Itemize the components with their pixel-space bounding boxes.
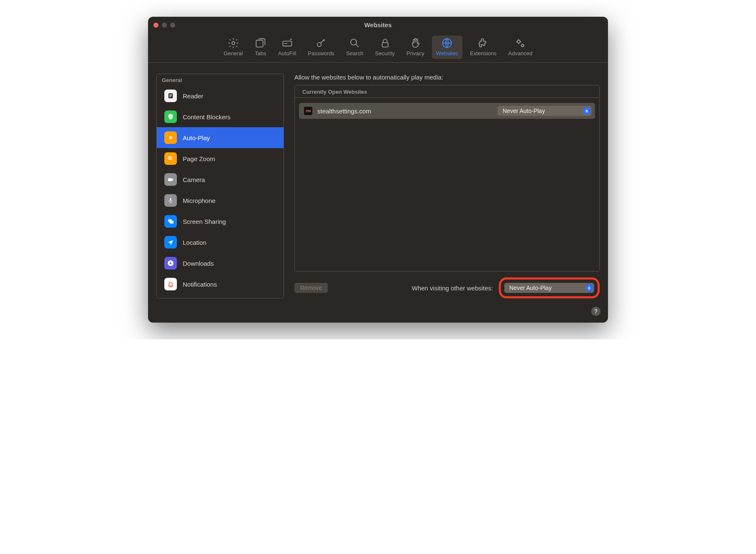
minimize-window-button[interactable]	[162, 23, 167, 28]
preferences-window: Websites General Tabs AutoFill Passwords…	[148, 17, 608, 323]
sidebar-section-header: General	[157, 74, 284, 85]
tab-extensions[interactable]: Extensions	[466, 36, 501, 59]
sidebar-item-reader[interactable]: Reader	[157, 85, 284, 106]
sidebar-item-notifications[interactable]: Notifications	[157, 274, 284, 295]
tab-label: Advanced	[508, 50, 532, 56]
site-favicon-icon: STH	[304, 107, 312, 115]
tab-label: Extensions	[470, 50, 497, 56]
hand-icon	[409, 37, 421, 49]
sidebar-item-label: Microphone	[183, 197, 215, 204]
dropdown-value: Never Auto-Play	[509, 285, 552, 291]
sidebar-item-label: Auto-Play	[183, 134, 210, 141]
sidebar-item-screen-sharing[interactable]: Screen Sharing	[157, 211, 284, 232]
sidebar-item-downloads[interactable]: Downloads	[157, 253, 284, 274]
svg-rect-10	[169, 95, 172, 95]
svg-rect-11	[169, 95, 172, 96]
svg-point-7	[517, 40, 520, 43]
other-websites-dropdown[interactable]: Never Auto-Play	[504, 283, 594, 293]
tab-general[interactable]: General	[220, 36, 247, 59]
lock-icon	[379, 37, 391, 49]
sidebar-item-location[interactable]: Location	[157, 232, 284, 253]
sidebar-item-label: Reader	[183, 92, 203, 100]
svg-point-3	[317, 43, 321, 46]
microphone-icon	[164, 194, 177, 207]
tab-security[interactable]: Security	[371, 36, 399, 59]
sidebar-item-label: Location	[183, 239, 207, 246]
key-icon	[315, 37, 327, 49]
tab-websites[interactable]: Websites	[432, 36, 462, 59]
titlebar: Websites	[148, 17, 608, 33]
main-header: Allow the websites below to automaticall…	[294, 74, 600, 81]
site-autoplay-dropdown[interactable]: Never Auto-Play	[498, 106, 592, 116]
close-window-button[interactable]	[153, 23, 158, 28]
screens-icon	[164, 215, 177, 228]
tab-search[interactable]: Search	[342, 36, 368, 59]
svg-rect-15	[170, 198, 171, 201]
main-panel: Allow the websites below to automaticall…	[294, 74, 600, 298]
dropdown-value: Never Auto-Play	[503, 108, 545, 114]
zoom-icon	[164, 152, 177, 165]
tab-label: Websites	[436, 50, 458, 56]
sidebar-item-page-zoom[interactable]: Page Zoom	[157, 148, 284, 169]
sidebar-item-auto-play[interactable]: Auto-Play	[157, 127, 284, 148]
sidebar-item-label: Downloads	[183, 260, 214, 267]
svg-rect-17	[170, 221, 174, 224]
sidebar-item-label: Notifications	[183, 281, 217, 288]
traffic-lights	[153, 23, 175, 28]
tab-tabs[interactable]: Tabs	[250, 36, 271, 59]
sidebar-item-camera[interactable]: Camera	[157, 169, 284, 190]
bottom-controls: Remove When visiting other websites: Nev…	[294, 277, 600, 298]
chevron-updown-icon	[583, 108, 590, 114]
website-row[interactable]: STH stealthsettings.com Never Auto-Play	[299, 103, 595, 119]
preferences-toolbar: General Tabs AutoFill Passwords Search S…	[148, 33, 608, 63]
remove-button[interactable]: Remove	[294, 283, 328, 293]
globe-icon	[441, 37, 453, 49]
maximize-window-button[interactable]	[170, 23, 175, 28]
tab-passwords[interactable]: Passwords	[304, 36, 339, 59]
svg-rect-14	[168, 178, 172, 181]
location-arrow-icon	[164, 236, 177, 249]
play-icon	[164, 131, 177, 144]
section-header: Currently Open Websites	[295, 85, 599, 98]
tab-advanced[interactable]: Advanced	[504, 36, 536, 59]
highlight-annotation: Never Auto-Play	[499, 277, 600, 298]
search-icon	[349, 37, 360, 49]
sidebar-item-label: Content Blockers	[183, 113, 230, 121]
svg-point-0	[232, 42, 235, 45]
tab-label: Tabs	[255, 50, 266, 56]
sidebar-item-label: Screen Sharing	[183, 218, 226, 225]
camera-icon	[164, 173, 177, 186]
content-area: General Reader Content Blockers Auto-Pla…	[148, 63, 608, 307]
tab-label: General	[224, 50, 243, 56]
autofill-icon	[281, 37, 293, 49]
svg-rect-12	[169, 97, 171, 97]
gear-icon	[227, 37, 239, 49]
gears-icon	[514, 37, 526, 49]
chevron-updown-icon	[586, 285, 593, 291]
tab-label: Passwords	[308, 50, 335, 56]
tab-label: Search	[346, 50, 363, 56]
help-button[interactable]: ?	[591, 307, 600, 316]
footer: ?	[148, 307, 608, 323]
tab-label: AutoFill	[278, 50, 296, 56]
sidebar-item-content-blockers[interactable]: Content Blockers	[157, 106, 284, 127]
other-websites-label: When visiting other websites:	[412, 285, 493, 292]
svg-rect-5	[382, 43, 388, 47]
download-icon	[164, 257, 177, 269]
puzzle-icon	[478, 37, 489, 49]
tab-label: Privacy	[406, 50, 424, 56]
bell-icon	[164, 278, 177, 290]
svg-rect-1	[256, 40, 263, 47]
svg-point-4	[351, 39, 357, 45]
site-name: stealthsettings.com	[317, 108, 493, 115]
window-title: Websites	[148, 21, 608, 28]
sidebar-item-microphone[interactable]: Microphone	[157, 190, 284, 211]
tabs-icon	[255, 37, 266, 49]
tab-privacy[interactable]: Privacy	[402, 36, 429, 59]
tab-autofill[interactable]: AutoFill	[274, 36, 300, 59]
sidebar-item-label: Camera	[183, 176, 205, 183]
tab-label: Security	[375, 50, 395, 56]
sidebar-item-label: Page Zoom	[183, 155, 215, 162]
shield-check-icon	[164, 110, 177, 123]
websites-list: Currently Open Websites STH stealthsetti…	[294, 85, 600, 272]
